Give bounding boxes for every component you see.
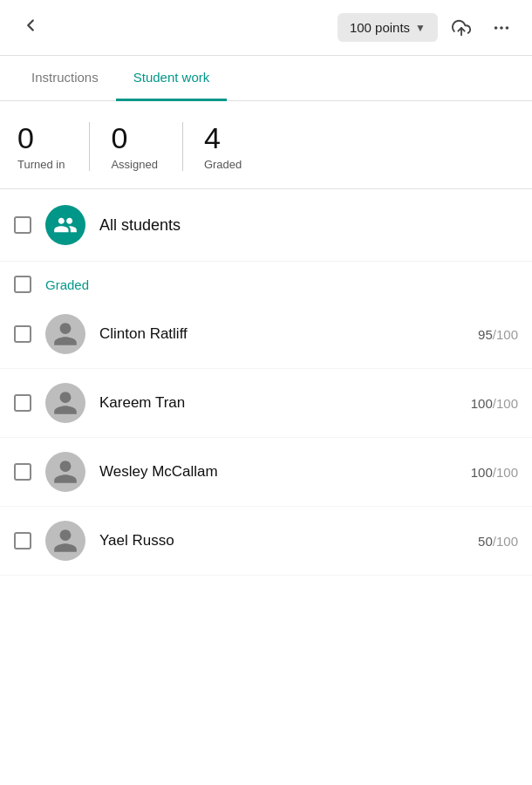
tabs-container: Instructions Student work bbox=[0, 56, 532, 101]
all-students-label: All students bbox=[99, 216, 181, 235]
student-avatar bbox=[45, 314, 85, 354]
student-avatar bbox=[45, 521, 85, 561]
student-grade: 100/100 bbox=[471, 396, 518, 411]
more-options-button[interactable] bbox=[485, 11, 518, 44]
student-grade: 100/100 bbox=[471, 465, 518, 480]
stat-turned-in: 0 Turned in bbox=[17, 122, 89, 171]
turned-in-label: Turned in bbox=[17, 158, 65, 171]
student-avatar bbox=[45, 383, 85, 423]
svg-point-1 bbox=[494, 26, 498, 30]
student-row[interactable]: Clinton Ratliff 95/100 bbox=[0, 300, 532, 369]
graded-section-header: Graded bbox=[0, 262, 532, 300]
graded-count: 4 bbox=[204, 122, 221, 154]
grade-total: /100 bbox=[493, 534, 518, 549]
header-right: 100 points ▼ bbox=[338, 11, 518, 44]
grade-total: /100 bbox=[493, 396, 518, 411]
upload-button[interactable] bbox=[445, 11, 478, 44]
student-checkbox[interactable] bbox=[14, 394, 31, 412]
stats-row: 0 Turned in 0 Assigned 4 Graded bbox=[0, 101, 532, 189]
all-students-checkbox[interactable] bbox=[14, 216, 31, 234]
points-dropdown[interactable]: 100 points ▼ bbox=[338, 13, 438, 42]
student-grade: 95/100 bbox=[478, 327, 518, 342]
points-label: 100 points bbox=[350, 20, 410, 35]
student-checkbox[interactable] bbox=[14, 532, 31, 550]
graded-label: Graded bbox=[204, 158, 242, 171]
app-header: 100 points ▼ bbox=[0, 0, 532, 56]
tab-student-work[interactable]: Student work bbox=[116, 56, 228, 101]
back-button[interactable] bbox=[14, 9, 47, 47]
student-row[interactable]: Kareem Tran 100/100 bbox=[0, 369, 532, 438]
graded-section-label: Graded bbox=[45, 277, 89, 292]
student-name: Clinton Ratliff bbox=[99, 325, 478, 343]
turned-in-count: 0 bbox=[17, 122, 34, 154]
tab-instructions[interactable]: Instructions bbox=[14, 56, 116, 101]
all-students-row[interactable]: All students bbox=[0, 189, 532, 262]
assigned-label: Assigned bbox=[111, 158, 157, 171]
stat-graded: 4 Graded bbox=[182, 122, 266, 171]
student-row[interactable]: Wesley McCallam 100/100 bbox=[0, 438, 532, 507]
assigned-count: 0 bbox=[111, 122, 127, 154]
chevron-down-icon: ▼ bbox=[415, 22, 426, 34]
header-left bbox=[14, 9, 47, 47]
stat-assigned: 0 Assigned bbox=[89, 122, 181, 171]
student-checkbox[interactable] bbox=[14, 463, 31, 481]
student-name: Yael Russo bbox=[99, 532, 478, 550]
student-grade: 50/100 bbox=[478, 534, 518, 549]
student-name: Wesley McCallam bbox=[99, 463, 471, 481]
svg-point-3 bbox=[506, 26, 509, 30]
student-name: Kareem Tran bbox=[99, 394, 471, 412]
student-row[interactable]: Yael Russo 50/100 bbox=[0, 507, 532, 576]
grade-total: /100 bbox=[493, 465, 518, 480]
graded-section-checkbox[interactable] bbox=[14, 276, 31, 293]
grade-total: /100 bbox=[493, 327, 518, 342]
student-checkbox[interactable] bbox=[14, 325, 31, 343]
student-list: Clinton Ratliff 95/100 Kareem Tran 100/1… bbox=[0, 300, 532, 576]
all-students-avatar bbox=[45, 205, 85, 245]
student-avatar bbox=[45, 452, 85, 492]
svg-point-2 bbox=[500, 26, 503, 30]
